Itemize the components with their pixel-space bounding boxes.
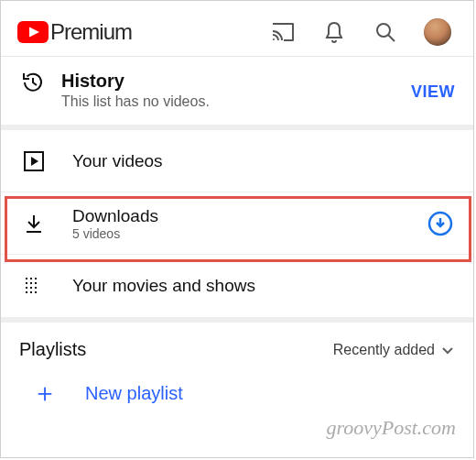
svg-line-3 bbox=[388, 35, 395, 41]
svg-point-1 bbox=[273, 38, 275, 40]
downloads-label: Downloads bbox=[72, 206, 158, 226]
sort-dropdown[interactable]: Recently added bbox=[333, 342, 455, 358]
svg-rect-15 bbox=[30, 287, 32, 289]
svg-rect-20 bbox=[35, 287, 37, 289]
svg-rect-19 bbox=[35, 282, 37, 284]
app-header: Premium bbox=[1, 1, 473, 54]
play-square-icon bbox=[21, 151, 47, 171]
film-icon bbox=[21, 276, 47, 296]
downloads-count: 5 videos bbox=[72, 226, 158, 241]
new-playlist-row[interactable]: ＋ New playlist bbox=[1, 369, 473, 406]
svg-rect-21 bbox=[35, 291, 37, 293]
header-actions bbox=[270, 18, 457, 46]
brand-text: Premium bbox=[50, 19, 132, 45]
youtube-icon bbox=[17, 21, 49, 43]
svg-rect-14 bbox=[30, 282, 32, 284]
svg-rect-10 bbox=[26, 282, 27, 284]
search-icon[interactable] bbox=[373, 19, 398, 45]
playlists-title: Playlists bbox=[19, 339, 86, 360]
view-button[interactable]: VIEW bbox=[411, 82, 455, 102]
history-icon bbox=[19, 70, 47, 95]
history-subtitle: This list has no videos. bbox=[61, 93, 411, 110]
sort-label: Recently added bbox=[333, 342, 435, 358]
svg-rect-18 bbox=[35, 278, 37, 279]
download-status-icon bbox=[427, 211, 453, 236]
svg-rect-12 bbox=[26, 291, 27, 293]
new-playlist-label: New playlist bbox=[85, 383, 183, 404]
svg-point-2 bbox=[377, 24, 390, 37]
history-section[interactable]: History This list has no videos. VIEW bbox=[1, 57, 473, 125]
your-videos-label: Your videos bbox=[72, 151, 163, 171]
avatar[interactable] bbox=[424, 18, 451, 46]
downloads-row[interactable]: Downloads 5 videos bbox=[1, 192, 473, 255]
playlists-header: Playlists Recently added bbox=[1, 323, 473, 369]
movies-label: Your movies and shows bbox=[72, 276, 255, 296]
svg-rect-16 bbox=[30, 291, 32, 293]
movies-shows-row[interactable]: Your movies and shows bbox=[1, 255, 473, 317]
chevron-down-icon bbox=[440, 343, 455, 357]
notifications-icon[interactable] bbox=[321, 19, 347, 45]
svg-rect-11 bbox=[26, 287, 27, 289]
download-icon bbox=[21, 214, 47, 234]
svg-rect-9 bbox=[26, 278, 27, 279]
svg-rect-13 bbox=[30, 278, 32, 279]
your-videos-row[interactable]: Your videos bbox=[1, 130, 473, 192]
cast-icon[interactable] bbox=[270, 19, 296, 45]
history-title: History bbox=[61, 70, 411, 92]
youtube-premium-logo[interactable]: Premium bbox=[17, 19, 132, 45]
plus-icon: ＋ bbox=[32, 380, 58, 406]
